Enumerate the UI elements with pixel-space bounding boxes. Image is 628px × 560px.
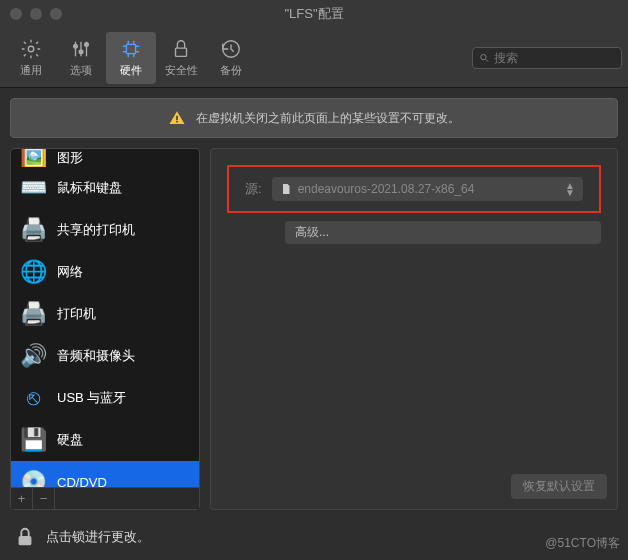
- tab-security[interactable]: 安全性: [156, 32, 206, 84]
- source-row-highlight: 源: endeavouros-2021.08.27-x86_64 ▲▼: [227, 165, 601, 213]
- restore-defaults-button[interactable]: 恢复默认设置: [511, 474, 607, 499]
- sidebar-item-printer[interactable]: 🖨️ 打印机: [11, 293, 199, 335]
- lock-text: 点击锁进行更改。: [46, 528, 150, 546]
- sidebar-item-graphics[interactable]: 🖼️ 图形: [11, 149, 199, 167]
- lock-row[interactable]: 点击锁进行更改。: [0, 516, 628, 558]
- file-icon: [280, 183, 292, 195]
- source-value: endeavouros-2021.08.27-x86_64: [298, 182, 475, 196]
- notice-text: 在虚拟机关闭之前此页面上的某些设置不可更改。: [196, 110, 460, 127]
- sidebar-item-audio-camera[interactable]: 🔊 音频和摄像头: [11, 335, 199, 377]
- printer-icon: 🖨️: [19, 300, 47, 328]
- printer-icon: 🖨️: [19, 216, 47, 244]
- source-select[interactable]: endeavouros-2021.08.27-x86_64 ▲▼: [272, 177, 583, 201]
- display-icon: 🖼️: [19, 149, 47, 167]
- search-input[interactable]: [494, 51, 615, 65]
- svg-rect-20: [176, 121, 178, 123]
- sidebar-item-cddvd[interactable]: 💿 CD/DVD: [11, 461, 199, 487]
- source-label: 源:: [245, 180, 262, 198]
- sidebar-item-label: 鼠标和键盘: [57, 179, 122, 197]
- sidebar-item-label: 共享的打印机: [57, 221, 135, 239]
- sliders-icon: [70, 38, 92, 60]
- sidebar-item-label: 硬盘: [57, 431, 83, 449]
- svg-point-5: [79, 49, 83, 53]
- sidebar-item-label: 图形: [57, 149, 83, 167]
- search-icon: [479, 52, 490, 64]
- speaker-icon: 🔊: [19, 342, 47, 370]
- search-field[interactable]: [472, 47, 622, 69]
- tab-options[interactable]: 选项: [56, 32, 106, 84]
- lock-icon: [170, 38, 192, 60]
- sidebar-item-disk[interactable]: 💾 硬盘: [11, 419, 199, 461]
- tab-label: 安全性: [165, 63, 198, 78]
- tab-hardware[interactable]: 硬件: [106, 32, 156, 84]
- remove-button[interactable]: −: [33, 488, 55, 509]
- sidebar-item-usb-bluetooth[interactable]: ⎋ USB 与蓝牙: [11, 377, 199, 419]
- svg-point-17: [481, 54, 486, 59]
- padlock-icon: [14, 526, 36, 548]
- svg-point-0: [28, 46, 34, 52]
- disc-icon: 💿: [19, 468, 47, 487]
- chip-icon: [120, 38, 142, 60]
- sidebar-item-shared-printers[interactable]: 🖨️ 共享的打印机: [11, 209, 199, 251]
- sidebar-item-label: USB 与蓝牙: [57, 389, 126, 407]
- globe-icon: 🌐: [19, 258, 47, 286]
- hdd-icon: 💾: [19, 426, 47, 454]
- usb-icon: ⎋: [19, 384, 47, 412]
- tab-label: 硬件: [120, 63, 142, 78]
- svg-rect-16: [176, 48, 187, 56]
- svg-line-18: [486, 59, 488, 61]
- svg-point-4: [74, 44, 78, 48]
- chevron-updown-icon: ▲▼: [565, 182, 575, 196]
- sidebar-item-label: 打印机: [57, 305, 96, 323]
- add-button[interactable]: +: [11, 488, 33, 509]
- window-title: "LFS"配置: [0, 5, 628, 23]
- warning-icon: [168, 109, 186, 127]
- tab-label: 选项: [70, 63, 92, 78]
- sidebar-footer: + −: [11, 487, 199, 509]
- main-area: 🖼️ 图形 ⌨️ 鼠标和键盘 🖨️ 共享的打印机 🌐 网络 🖨️ 打印机 🔊: [0, 148, 628, 516]
- sidebar-list[interactable]: 🖼️ 图形 ⌨️ 鼠标和键盘 🖨️ 共享的打印机 🌐 网络 🖨️ 打印机 🔊: [11, 149, 199, 487]
- tab-general[interactable]: 通用: [6, 32, 56, 84]
- sidebar-item-label: 网络: [57, 263, 83, 281]
- watermark: @51CTO博客: [545, 535, 620, 552]
- advanced-button[interactable]: 高级...: [285, 221, 601, 244]
- content-panel: 源: endeavouros-2021.08.27-x86_64 ▲▼ 高级..…: [210, 148, 618, 510]
- history-icon: [220, 38, 242, 60]
- svg-rect-7: [126, 44, 135, 53]
- tab-label: 备份: [220, 63, 242, 78]
- keyboard-icon: ⌨️: [19, 174, 47, 202]
- tab-backup[interactable]: 备份: [206, 32, 256, 84]
- svg-point-6: [85, 42, 89, 46]
- gear-icon: [20, 38, 42, 60]
- notice-banner: 在虚拟机关闭之前此页面上的某些设置不可更改。: [10, 98, 618, 138]
- sidebar-item-label: CD/DVD: [57, 475, 107, 488]
- sidebar-item-network[interactable]: 🌐 网络: [11, 251, 199, 293]
- tab-label: 通用: [20, 63, 42, 78]
- sidebar: 🖼️ 图形 ⌨️ 鼠标和键盘 🖨️ 共享的打印机 🌐 网络 🖨️ 打印机 🔊: [10, 148, 200, 510]
- svg-rect-21: [19, 536, 32, 545]
- toolbar: 通用 选项 硬件 安全性 备份: [0, 28, 628, 88]
- sidebar-item-mouse-keyboard[interactable]: ⌨️ 鼠标和键盘: [11, 167, 199, 209]
- svg-rect-19: [176, 116, 178, 121]
- sidebar-item-label: 音频和摄像头: [57, 347, 135, 365]
- titlebar: "LFS"配置: [0, 0, 628, 28]
